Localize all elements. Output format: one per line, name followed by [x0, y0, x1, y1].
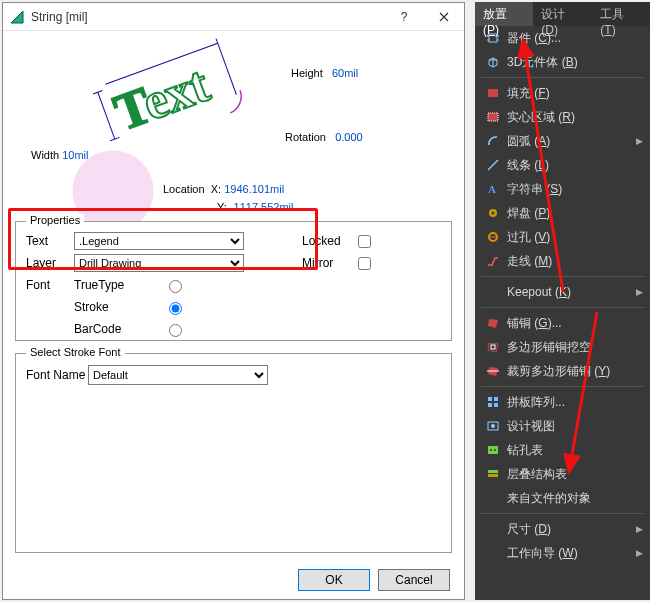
line-icon	[483, 158, 503, 172]
menu-item[interactable]: 线条 (L)	[475, 153, 650, 177]
svg-rect-30	[488, 446, 498, 454]
menu-item-label: 来自文件的对象	[503, 490, 650, 507]
menu-item-label: 层叠结构表	[503, 466, 650, 483]
menu-item[interactable]: 实心区域 (R)	[475, 105, 650, 129]
svg-rect-11	[488, 89, 498, 97]
text-label: Text	[26, 234, 74, 248]
menu-item[interactable]: 设计视图	[475, 414, 650, 438]
close-button[interactable]	[424, 3, 464, 31]
string-icon: A	[483, 182, 503, 196]
pad-icon	[483, 206, 503, 220]
menu-item-label: 尺寸 (D)	[503, 521, 636, 538]
menu-item[interactable]: 铺铜 (G)...	[475, 311, 650, 335]
truetype-radio[interactable]	[169, 280, 182, 293]
stroke-legend: Select Stroke Font	[26, 346, 125, 358]
stroke-radio[interactable]	[169, 302, 182, 315]
menu-item-label: 裁剪多边形铺铜 (Y)	[503, 363, 650, 380]
cancel-button[interactable]: Cancel	[378, 569, 450, 591]
menu-item[interactable]: 钻孔表	[475, 438, 650, 462]
locked-checkbox[interactable]	[358, 235, 371, 248]
menu-item[interactable]: 走线 (M)	[475, 249, 650, 273]
properties-legend: Properties	[26, 214, 84, 226]
fontname-label: Font Name	[26, 368, 88, 382]
stroke-font-group: Select Stroke Font Font Name Default	[15, 353, 452, 553]
menu-item-label: 多边形铺铜挖空	[503, 339, 650, 356]
menu-item[interactable]: 焊盘 (P)	[475, 201, 650, 225]
string-properties-dialog: String [mil] ? Text T	[2, 2, 465, 600]
menu-item[interactable]: 填充 (F)	[475, 81, 650, 105]
menu-item[interactable]: 过孔 (V)	[475, 225, 650, 249]
svg-rect-33	[488, 470, 498, 473]
svg-rect-12	[488, 113, 498, 121]
svg-point-16	[492, 212, 495, 215]
menu-item-label: 圆弧 (A)	[503, 133, 636, 150]
layer-label: Layer	[26, 256, 74, 270]
help-button[interactable]: ?	[384, 3, 424, 31]
polycut-icon	[483, 340, 503, 354]
barcode-radio[interactable]	[169, 324, 182, 337]
menu-item-label: 工作向导 (W)	[503, 545, 636, 562]
menu-item[interactable]: A字符串 (S)	[475, 177, 650, 201]
text-combo[interactable]: .Legend	[74, 232, 244, 250]
layer-combo[interactable]: Drill Drawing	[74, 254, 244, 272]
svg-rect-27	[494, 403, 498, 407]
menu-item[interactable]: 圆弧 (A)▶	[475, 129, 650, 153]
menu-item-label: 器件 (C)...	[503, 30, 650, 47]
svg-point-29	[491, 424, 495, 428]
menu-item-label: 填充 (F)	[503, 85, 650, 102]
ok-button[interactable]: OK	[298, 569, 370, 591]
menu-separator	[481, 276, 644, 277]
dialog-title: String [mil]	[31, 10, 384, 24]
svg-point-31	[490, 449, 492, 451]
rotation-label: Rotation 0.000	[285, 131, 363, 143]
titlebar[interactable]: String [mil] ?	[3, 3, 464, 31]
locked-label: Locked	[302, 234, 354, 248]
fontname-combo[interactable]: Default	[88, 365, 268, 385]
menu-item-label: 3D元件体 (B)	[503, 54, 650, 71]
menu-item[interactable]: 3D元件体 (B)	[475, 50, 650, 74]
svg-text:A: A	[488, 183, 496, 195]
poly-icon	[483, 316, 503, 330]
dialog-buttons: OK Cancel	[298, 569, 450, 591]
svg-rect-6	[489, 34, 497, 42]
svg-rect-34	[488, 474, 498, 477]
menu-item[interactable]: Keepout (K)▶	[475, 280, 650, 304]
barcode-label: BarCode	[74, 322, 164, 336]
menu-separator	[481, 307, 644, 308]
menu-item[interactable]: 来自文件的对象	[475, 486, 650, 510]
cube-icon	[483, 55, 503, 69]
menu-item[interactable]: 裁剪多边形铺铜 (Y)	[475, 359, 650, 383]
stroke-label: Stroke	[74, 300, 164, 314]
menu-item-label: Keepout (K)	[503, 285, 636, 299]
mirror-checkbox[interactable]	[358, 257, 371, 270]
width-label: Width 10mil	[31, 149, 88, 161]
menu-item-label: 实心区域 (R)	[503, 109, 650, 126]
app-icon	[9, 9, 25, 25]
menu-item-label: 拼板阵列...	[503, 394, 650, 411]
menu-item[interactable]: 拼板阵列...	[475, 390, 650, 414]
menu-item[interactable]: 多边形铺铜挖空	[475, 335, 650, 359]
menu-item[interactable]: 工作向导 (W)▶	[475, 541, 650, 565]
properties-group: Properties Text .Legend Locked Layer Dri…	[15, 221, 452, 341]
location-label: Location X: 1946.101mil	[163, 183, 284, 195]
submenu-arrow-icon: ▶	[636, 136, 650, 146]
menu-tabs: 放置 (P) 设计 (D) 工具 (T)	[475, 2, 650, 26]
polyclip-icon	[483, 364, 503, 378]
menu-item[interactable]: 器件 (C)...	[475, 26, 650, 50]
svg-rect-21	[491, 345, 495, 349]
rect-icon	[483, 86, 503, 100]
arc-icon	[483, 134, 503, 148]
chip-icon	[483, 31, 503, 45]
svg-line-5	[216, 39, 236, 95]
svg-rect-26	[488, 403, 492, 407]
drill-icon	[483, 443, 503, 457]
tab-design[interactable]: 设计 (D)	[533, 2, 592, 26]
submenu-arrow-icon: ▶	[636, 524, 650, 534]
menu-item-label: 走线 (M)	[503, 253, 650, 270]
menu-item[interactable]: 层叠结构表	[475, 462, 650, 486]
menu-item[interactable]: 尺寸 (D)▶	[475, 517, 650, 541]
preview-area: Text T Width 10mil Height 60mi	[3, 31, 464, 221]
tab-tool[interactable]: 工具 (T)	[592, 2, 650, 26]
font-label: Font	[26, 278, 74, 292]
tab-place[interactable]: 放置 (P)	[475, 2, 533, 26]
